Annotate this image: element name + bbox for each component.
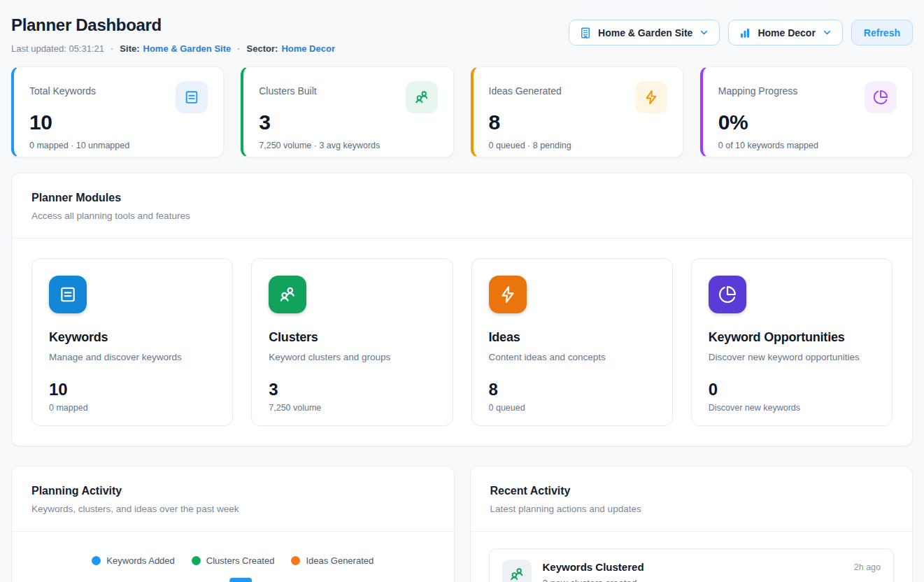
module-icon-box: [269, 276, 306, 313]
site-link[interactable]: Home & Garden Site: [143, 43, 232, 54]
header-meta: Last updated: 05:31:21 · Site: Home & Ga…: [11, 43, 335, 54]
stat-subtext: 0 of 10 keywords mapped: [718, 141, 897, 150]
activity-chart: Keywords Added Clusters Created Ideas Ge…: [12, 532, 454, 582]
site-meta: Site: Home & Garden Site: [120, 43, 231, 54]
file-text-icon: [59, 285, 77, 304]
stat-subtext: 0 mapped · 10 unmapped: [29, 141, 208, 150]
zap-icon: [499, 285, 517, 304]
module-value: 3: [269, 380, 435, 399]
sector-selector-value: Home Decor: [758, 27, 815, 38]
legend-label: Ideas Generated: [306, 555, 374, 566]
site-selector-dropdown[interactable]: Home & Garden Site: [569, 20, 720, 45]
module-description: Discover new keyword opportunities: [709, 352, 875, 362]
module-value: 8: [489, 380, 655, 399]
stat-card-mapping-progress: Mapping Progress 0% 0 of 10 keywords map…: [700, 66, 913, 157]
module-icon-box: [709, 276, 746, 313]
sector-meta: Sector: Home Decor: [247, 43, 335, 54]
stat-value: 10: [29, 111, 208, 134]
meta-separator: ·: [111, 43, 113, 54]
legend-label: Clusters Created: [206, 555, 275, 566]
site-selector-value: Home & Garden Site: [598, 27, 692, 38]
legend-item-ideas-generated[interactable]: Ideas Generated: [291, 555, 374, 566]
planning-activity-header: Planning Activity Keywords, clusters, an…: [12, 467, 454, 531]
planner-dashboard-page: Planner Dashboard Last updated: 05:31:21…: [0, 0, 924, 582]
module-value: 10: [49, 380, 215, 399]
legend-item-keywords-added[interactable]: Keywords Added: [92, 555, 175, 566]
page-title: Planner Dashboard: [11, 15, 335, 35]
stat-subtext: 0 queued · 8 pending: [489, 141, 667, 150]
recent-activity-header: Recent Activity Latest planning actions …: [471, 467, 913, 531]
module-icon-box: [489, 276, 527, 313]
stat-label: Clusters Built: [259, 81, 316, 97]
module-subtext: 0 mapped: [49, 403, 215, 413]
line-chart-canvas: 25 25: [31, 573, 434, 582]
module-title: Clusters: [269, 330, 435, 345]
point-label-25: 25: [229, 578, 252, 582]
sector-label: Sector:: [247, 43, 278, 54]
activity-timestamp: 2h ago: [854, 560, 881, 572]
legend-label: Keywords Added: [106, 555, 175, 566]
refresh-button[interactable]: Refresh: [851, 20, 913, 45]
module-description: Manage and discover keywords: [49, 352, 215, 362]
header-actions: Home & Garden Site Home Decor: [569, 20, 913, 45]
module-card-ideas[interactable]: Ideas Content ideas and concepts 8 0 que…: [471, 258, 673, 426]
legend-dot: [291, 556, 300, 565]
module-value: 0: [709, 380, 875, 399]
module-title: Keyword Opportunities: [709, 330, 875, 345]
module-subtext: Discover new keywords: [709, 403, 875, 413]
stat-card-top: Clusters Built: [259, 81, 437, 113]
stat-label: Ideas Generated: [489, 81, 562, 97]
stat-card-clusters-built: Clusters Built 3 7,250 volume · 3 avg ke…: [241, 66, 453, 157]
sector-link[interactable]: Home Decor: [281, 43, 335, 54]
stat-card-total-keywords: Total Keywords 10 0 mapped · 10 unmapped: [11, 66, 224, 157]
sector-selector-dropdown[interactable]: Home Decor: [728, 20, 842, 45]
module-title: Ideas: [489, 330, 655, 345]
legend-item-clusters-created[interactable]: Clusters Created: [192, 555, 275, 566]
stat-value: 0%: [718, 111, 897, 134]
legend-dot: [192, 556, 201, 565]
site-label: Site:: [120, 43, 139, 54]
stat-card-top: Ideas Generated: [489, 81, 667, 113]
stat-icon-box: [176, 81, 208, 113]
chart-legend: Keywords Added Clusters Created Ideas Ge…: [31, 555, 434, 566]
planning-activity-panel: Planning Activity Keywords, clusters, an…: [11, 466, 455, 582]
module-card-clusters[interactable]: Clusters Keyword clusters and groups 3 7…: [251, 258, 453, 426]
stat-icon-box: [635, 81, 667, 113]
activity-text: Keywords Clustered 3 new clusters create…: [543, 560, 644, 582]
stat-card-top: Total Keywords: [29, 81, 208, 113]
activity-description: 3 new clusters created: [543, 578, 644, 582]
page-header: Planner Dashboard Last updated: 05:31:21…: [0, 0, 924, 54]
bottom-row: Planning Activity Keywords, clusters, an…: [11, 466, 913, 582]
planning-activity-title: Planning Activity: [31, 485, 434, 497]
last-updated-text: Last updated: 05:31:21: [11, 43, 104, 54]
planning-activity-subtitle: Keywords, clusters, and ideas over the p…: [31, 504, 434, 514]
stat-card-ideas-generated: Ideas Generated 8 0 queued · 8 pending: [471, 66, 683, 157]
planner-modules-panel: Planner Modules Access all planning tool…: [11, 173, 913, 446]
modules-grid: Keywords Manage and discover keywords 10…: [12, 239, 912, 446]
legend-dot: [92, 556, 101, 565]
activity-icon-box: [502, 560, 532, 582]
stats-row: Total Keywords 10 0 mapped · 10 unmapped…: [11, 66, 913, 157]
stat-subtext: 7,250 volume · 3 avg keywords: [259, 141, 437, 150]
module-subtext: 0 queued: [489, 403, 655, 413]
module-subtext: 7,250 volume: [269, 403, 435, 413]
recent-activity-subtitle: Latest planning actions and updates: [490, 504, 893, 514]
recent-activity-panel: Recent Activity Latest planning actions …: [470, 466, 914, 582]
bar-chart-icon: [739, 27, 751, 39]
stat-value: 8: [489, 111, 667, 134]
modules-header: Planner Modules Access all planning tool…: [12, 173, 912, 238]
activity-title: Keywords Clustered: [543, 560, 644, 573]
meta-separator: ·: [237, 43, 240, 54]
module-description: Content ideas and concepts: [489, 352, 655, 362]
stat-icon-box: [865, 81, 897, 113]
chevron-down-icon: [822, 27, 832, 38]
building-icon: [579, 27, 592, 39]
users-icon: [509, 567, 525, 582]
module-title: Keywords: [49, 330, 215, 345]
pie-chart-icon: [718, 285, 737, 304]
module-card-keyword-opportunities[interactable]: Keyword Opportunities Discover new keywo…: [691, 258, 893, 426]
module-card-keywords[interactable]: Keywords Manage and discover keywords 10…: [31, 258, 233, 426]
modules-subtitle: Access all planning tools and features: [31, 211, 893, 221]
chevron-down-icon: [699, 27, 709, 38]
stat-card-top: Mapping Progress: [718, 81, 897, 113]
